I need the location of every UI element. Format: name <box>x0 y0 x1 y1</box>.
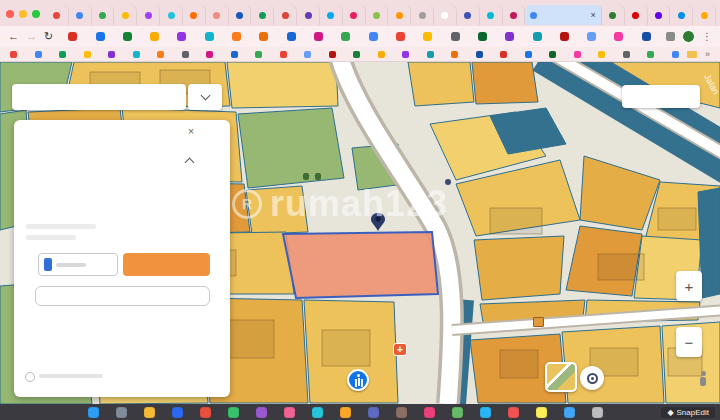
extension-icon[interactable] <box>123 32 132 41</box>
highlighted-parcel[interactable] <box>283 232 438 298</box>
dock-app-icon[interactable] <box>144 407 155 418</box>
extension-icon[interactable] <box>587 32 596 41</box>
bookmark-icon[interactable] <box>427 51 434 58</box>
window-controls[interactable] <box>6 10 40 18</box>
info-icon[interactable] <box>25 372 35 382</box>
bookmark-icon[interactable] <box>255 51 262 58</box>
submit-button[interactable] <box>123 253 210 276</box>
browser-tab[interactable] <box>137 5 160 25</box>
search-dropdown-button[interactable] <box>188 84 222 110</box>
bookmark-icons[interactable] <box>10 51 679 58</box>
browser-tab[interactable] <box>297 5 320 25</box>
dock-app-icon[interactable] <box>536 407 547 418</box>
browser-tab[interactable] <box>503 5 526 25</box>
locate-button[interactable] <box>580 366 604 390</box>
dock-app-icon[interactable] <box>228 407 239 418</box>
bookmark-icon[interactable] <box>84 51 91 58</box>
dock-app-icon[interactable] <box>256 407 267 418</box>
browser-tab[interactable] <box>274 5 297 25</box>
browser-tab[interactable] <box>388 5 411 25</box>
bookmark-icon[interactable] <box>206 51 213 58</box>
browser-tab[interactable] <box>434 5 457 25</box>
browser-tab[interactable] <box>648 5 671 25</box>
zoom-out-button[interactable]: − <box>676 327 702 357</box>
dock-app-icon[interactable] <box>88 407 99 418</box>
browser-tab[interactable] <box>343 5 366 25</box>
extension-icon[interactable] <box>505 32 514 41</box>
bookmark-icon[interactable] <box>182 51 189 58</box>
bookmark-icon[interactable] <box>35 51 42 58</box>
extension-icon[interactable] <box>614 32 623 41</box>
browser-tab[interactable] <box>160 5 183 25</box>
dock-app-icon[interactable] <box>424 407 435 418</box>
dock-app-icon[interactable] <box>312 407 323 418</box>
landmark-poi-icon[interactable] <box>533 317 544 327</box>
browser-tab[interactable] <box>251 5 274 25</box>
extension-icon[interactable] <box>642 32 651 41</box>
browser-tab[interactable] <box>670 5 693 25</box>
bookmark-icon[interactable] <box>525 51 532 58</box>
reload-icon[interactable]: ↻ <box>44 31 53 42</box>
bookmark-icon[interactable] <box>672 51 679 58</box>
forward-icon[interactable]: → <box>26 31 37 42</box>
extensions-puzzle-icon[interactable] <box>666 32 675 41</box>
browser-tab[interactable] <box>92 5 115 25</box>
extension-icon[interactable] <box>423 32 432 41</box>
restaurant-poi-icon[interactable] <box>303 173 309 180</box>
bookmark-icon[interactable] <box>231 51 238 58</box>
collapse-button[interactable] <box>186 152 193 170</box>
pegman-icon[interactable] <box>698 371 708 387</box>
extension-icon[interactable] <box>478 32 487 41</box>
browser-tab[interactable] <box>206 5 229 25</box>
browser-tab[interactable]: × <box>525 5 601 25</box>
browser-tab[interactable] <box>457 5 480 25</box>
browser-tab[interactable] <box>69 5 92 25</box>
bookmark-icon[interactable] <box>549 51 556 58</box>
extension-icon[interactable] <box>287 32 296 41</box>
extension-icon[interactable] <box>177 32 186 41</box>
map-search-box[interactable] <box>12 84 186 110</box>
dock[interactable] <box>88 407 603 418</box>
browser-tab[interactable] <box>183 5 206 25</box>
window-control-dot[interactable] <box>19 10 27 18</box>
bookmark-icon[interactable] <box>59 51 66 58</box>
dock-app-icon[interactable] <box>480 407 491 418</box>
browser-tab[interactable] <box>46 5 69 25</box>
dock-app-icon[interactable] <box>452 407 463 418</box>
bookmark-icon[interactable] <box>598 51 605 58</box>
dock-app-icon[interactable] <box>368 407 379 418</box>
tab-close-icon[interactable]: × <box>591 11 596 20</box>
price-input[interactable] <box>38 253 118 276</box>
bookmark-folder-icon[interactable] <box>687 51 697 58</box>
bookmark-icon[interactable] <box>304 51 311 58</box>
close-icon[interactable]: × <box>184 125 198 137</box>
search-input[interactable] <box>20 91 178 104</box>
extension-icon[interactable] <box>68 32 77 41</box>
dock-app-icon[interactable] <box>116 407 127 418</box>
extension-icons[interactable] <box>68 32 651 41</box>
browser-tabs[interactable]: × <box>46 4 716 26</box>
browser-tab[interactable] <box>693 5 716 25</box>
bookmark-icon[interactable] <box>157 51 164 58</box>
browser-tab[interactable] <box>114 5 137 25</box>
bookmark-icon[interactable] <box>647 51 654 58</box>
dock-app-icon[interactable] <box>396 407 407 418</box>
browser-tab[interactable] <box>480 5 503 25</box>
map-area[interactable]: Jalan R rumah123 × <box>0 62 720 404</box>
bookmark-icon[interactable] <box>402 51 409 58</box>
bookmark-icon[interactable] <box>451 51 458 58</box>
profile-avatar[interactable] <box>682 30 695 43</box>
browser-tab[interactable] <box>411 5 434 25</box>
extension-icon[interactable] <box>232 32 241 41</box>
bookmark-icon[interactable] <box>476 51 483 58</box>
bookmark-icon[interactable] <box>280 51 287 58</box>
bookmark-icon[interactable] <box>574 51 581 58</box>
bookmark-icon[interactable] <box>329 51 336 58</box>
extension-icon[interactable] <box>396 32 405 41</box>
extension-icon[interactable] <box>205 32 214 41</box>
dock-app-icon[interactable] <box>200 407 211 418</box>
back-icon[interactable]: ← <box>8 31 19 42</box>
bookmark-icon[interactable] <box>378 51 385 58</box>
dock-app-icon[interactable] <box>172 407 183 418</box>
browser-tab[interactable] <box>625 5 648 25</box>
